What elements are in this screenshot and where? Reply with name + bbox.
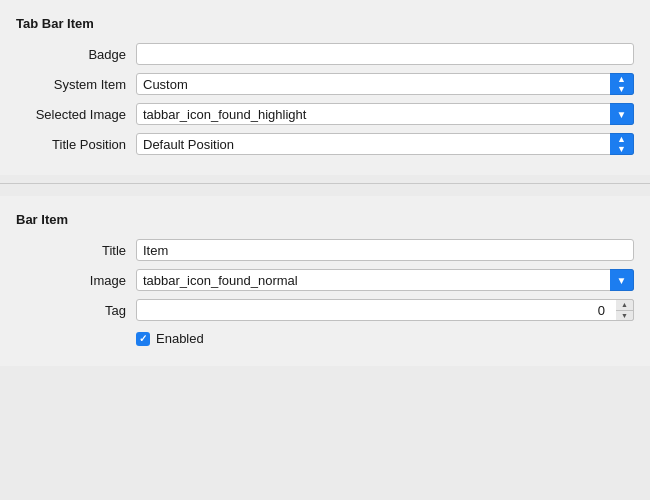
enabled-checkbox-wrap[interactable]: ✓ Enabled xyxy=(136,331,204,346)
image-chevron-icon: ▼ xyxy=(617,275,627,286)
image-control: tabbar_icon_found_normal ▼ xyxy=(136,269,634,291)
selected-image-select[interactable]: tabbar_icon_found_highlight xyxy=(136,103,634,125)
badge-input[interactable] xyxy=(136,43,634,65)
system-item-row: System Item CustomMoreFavoritesFeaturedT… xyxy=(0,69,650,99)
system-item-select-btn[interactable]: ▲ ▼ xyxy=(610,73,634,95)
image-row: Image tabbar_icon_found_normal ▼ xyxy=(0,265,650,295)
enabled-label: Enabled xyxy=(156,331,204,346)
tab-bar-item-title: Tab Bar Item xyxy=(0,12,650,39)
bar-item-section: Bar Item Title Image tabbar_icon_found_n… xyxy=(0,196,650,366)
bar-item-title: Bar Item xyxy=(0,208,650,235)
tag-stepper-up[interactable]: ▲ xyxy=(616,300,633,311)
image-select-wrapper: tabbar_icon_found_normal ▼ xyxy=(136,269,634,291)
image-select[interactable]: tabbar_icon_found_normal xyxy=(136,269,634,291)
system-item-select-wrapper: CustomMoreFavoritesFeaturedTop RatedRece… xyxy=(136,73,634,95)
tag-input-wrap: ▲ ▼ xyxy=(136,299,634,321)
title-position-label: Title Position xyxy=(16,137,136,152)
title-position-chevron-icon: ▲ ▼ xyxy=(617,135,626,154)
title-position-select-btn[interactable]: ▲ ▼ xyxy=(610,133,634,155)
bar-title-input[interactable] xyxy=(136,239,634,261)
title-position-select-wrapper: Default PositionAbove ImageBelow Image ▲… xyxy=(136,133,634,155)
system-item-chevron-icon: ▲ ▼ xyxy=(617,75,626,94)
title-position-row: Title Position Default PositionAbove Ima… xyxy=(0,129,650,159)
tag-control: ▲ ▼ xyxy=(136,299,634,321)
selected-image-select-btn[interactable]: ▼ xyxy=(610,103,634,125)
tab-bar-item-section: Tab Bar Item Badge System Item CustomMor… xyxy=(0,0,650,175)
bar-title-label: Title xyxy=(16,243,136,258)
section-divider xyxy=(0,183,650,184)
tag-label: Tag xyxy=(16,303,136,318)
selected-image-control: tabbar_icon_found_highlight ▼ xyxy=(136,103,634,125)
tag-input[interactable] xyxy=(136,299,634,321)
title-position-select[interactable]: Default PositionAbove ImageBelow Image xyxy=(136,133,634,155)
system-item-label: System Item xyxy=(16,77,136,92)
checkmark-icon: ✓ xyxy=(139,333,147,344)
enabled-checkbox[interactable]: ✓ xyxy=(136,332,150,346)
bar-title-row: Title xyxy=(0,235,650,265)
enabled-row: ✓ Enabled xyxy=(0,325,650,350)
selected-image-label: Selected Image xyxy=(16,107,136,122)
system-item-select[interactable]: CustomMoreFavoritesFeaturedTop RatedRece… xyxy=(136,73,634,95)
system-item-control: CustomMoreFavoritesFeaturedTop RatedRece… xyxy=(136,73,634,95)
selected-image-select-wrapper: tabbar_icon_found_highlight ▼ xyxy=(136,103,634,125)
title-position-control: Default PositionAbove ImageBelow Image ▲… xyxy=(136,133,634,155)
selected-image-chevron-icon: ▼ xyxy=(617,109,627,120)
tag-row: Tag ▲ ▼ xyxy=(0,295,650,325)
image-label: Image xyxy=(16,273,136,288)
selected-image-row: Selected Image tabbar_icon_found_highlig… xyxy=(0,99,650,129)
badge-control xyxy=(136,43,634,65)
image-select-btn[interactable]: ▼ xyxy=(610,269,634,291)
bar-title-control xyxy=(136,239,634,261)
tag-stepper-down[interactable]: ▼ xyxy=(616,311,633,321)
tag-stepper: ▲ ▼ xyxy=(616,299,634,321)
badge-label: Badge xyxy=(16,47,136,62)
badge-row: Badge xyxy=(0,39,650,69)
